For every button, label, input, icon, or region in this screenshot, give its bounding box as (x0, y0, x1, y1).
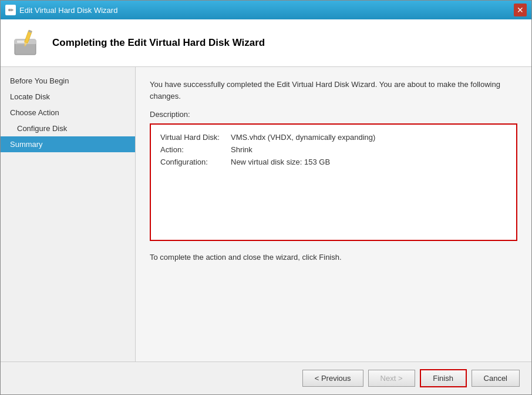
summary-key-vhd: Virtual Hard Disk: (160, 133, 231, 142)
table-row: Virtual Hard Disk: VMS.vhdx (VHDX, dynam… (160, 133, 507, 142)
sidebar-item-choose-action[interactable]: Choose Action (1, 105, 135, 120)
sidebar-item-locate-disk[interactable]: Locate Disk (1, 89, 135, 105)
sidebar-item-summary[interactable]: Summary (1, 136, 135, 152)
header-title: Completing the Edit Virtual Hard Disk Wi… (52, 37, 265, 49)
finish-note: To complete the action and close the wiz… (150, 253, 517, 262)
previous-button[interactable]: < Previous (302, 370, 363, 387)
content-intro: You have successfully completed the Edit… (150, 79, 517, 102)
finish-button[interactable]: Finish (420, 369, 467, 387)
cancel-button[interactable]: Cancel (472, 370, 520, 387)
footer: < Previous Next > Finish Cancel (1, 361, 531, 394)
main-area: Before You Begin Locate Disk Choose Acti… (1, 67, 531, 361)
title-bar-text: Edit Virtual Hard Disk Wizard (19, 6, 117, 15)
title-bar-left: ✏ Edit Virtual Hard Disk Wizard (5, 5, 117, 15)
summary-box: Virtual Hard Disk: VMS.vhdx (VHDX, dynam… (150, 123, 517, 241)
header-banner: Completing the Edit Virtual Hard Disk Wi… (1, 19, 531, 67)
summary-key-config: Configuration: (160, 158, 231, 166)
title-bar: ✏ Edit Virtual Hard Disk Wizard ✕ (1, 1, 531, 19)
summary-value-vhd: VMS.vhdx (VHDX, dynamically expanding) (231, 133, 375, 142)
wizard-header-icon (12, 28, 43, 58)
close-button[interactable]: ✕ (514, 4, 527, 16)
table-row: Action: Shrink (160, 145, 507, 154)
summary-value-config: New virtual disk size: 153 GB (231, 158, 330, 166)
description-label: Description: (150, 110, 517, 119)
wizard-title-icon: ✏ (5, 5, 16, 15)
sidebar-item-before-you-begin[interactable]: Before You Begin (1, 73, 135, 89)
wizard-window: ✏ Edit Virtual Hard Disk Wizard ✕ Comple (0, 0, 532, 395)
summary-key-action: Action: (160, 145, 231, 154)
next-button[interactable]: Next > (368, 370, 415, 387)
sidebar: Before You Begin Locate Disk Choose Acti… (1, 67, 136, 361)
sidebar-item-configure-disk[interactable]: Configure Disk (1, 120, 135, 136)
content-area: You have successfully completed the Edit… (136, 67, 531, 361)
summary-value-action: Shrink (231, 145, 252, 154)
table-row: Configuration: New virtual disk size: 15… (160, 158, 507, 166)
